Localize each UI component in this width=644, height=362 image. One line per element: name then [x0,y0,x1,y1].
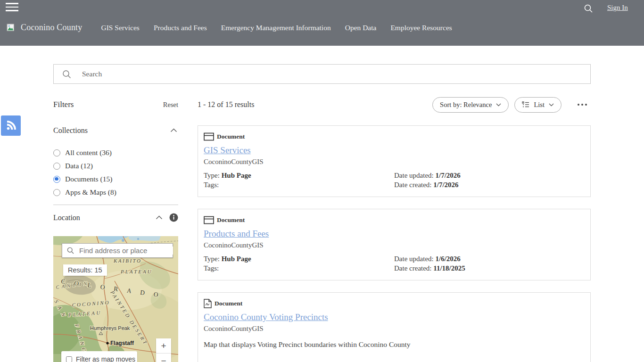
radio-icon[interactable] [53,163,60,170]
filters-title: Filters [53,100,74,109]
result-title-link[interactable]: Coconino County Voting Precincts [204,312,328,322]
search-results: 1 - 12 of 15 results Sort by: Relevance [198,97,591,362]
result-description: Map that displays Voting Precinct bounda… [204,340,585,349]
chevron-up-icon[interactable] [169,126,178,135]
collections-section-header[interactable]: Collections [53,126,178,135]
rss-feed-button[interactable] [1,115,21,136]
result-title-link[interactable]: GIS Services [204,145,251,156]
find-address-input[interactable] [79,247,173,255]
sign-in-link[interactable]: Sign In [607,4,628,12]
result-tags: Tags: [204,264,394,274]
hamburger-menu-icon[interactable] [6,3,19,13]
list-view-icon [522,101,529,108]
header-search-icon[interactable] [584,4,593,13]
map-label-flagstaff: Flagstaff [110,340,134,346]
info-icon[interactable] [169,213,178,222]
filter-as-map-moves-label: Filter as map moves [76,355,135,362]
chevron-down-icon [549,103,554,107]
location-title: Location [53,214,80,222]
filters-sidebar: Filters Reset Collections All content (3… [53,100,178,222]
collections-title: Collections [53,126,88,135]
location-map[interactable]: KAIBITO PLATEAU CANYON COLORADO COCONINO… [53,236,178,362]
site-title: Coconino County [21,23,83,33]
zoom-out-button[interactable]: − [156,354,171,362]
chevron-up-icon[interactable] [155,213,164,222]
reset-filters-button[interactable]: Reset [163,101,178,109]
radio-all-content[interactable]: All content (36) [53,146,178,159]
map-label-humphreys-peak: Humphreys Peak [90,325,130,331]
result-date-created: Date created: 11/18/2025 [394,264,585,274]
content-type-badge: Document [217,133,245,140]
content-type-badge: Document [215,300,242,307]
site-logo-broken-image-icon [7,24,15,32]
webpage-document-icon [204,132,214,141]
results-toolbar: 1 - 12 of 15 results Sort by: Relevance [198,97,591,113]
result-card: Document Products and Fees CoconinoCount… [198,209,591,280]
main-nav: GIS Services Products and Fees Emergency… [101,24,452,32]
map-label-kaibito-plateau: PLATEAU [120,269,153,274]
map-zoom-control: + − [156,338,171,362]
search-icon [67,247,74,254]
radio-data[interactable]: Data (12) [53,159,178,173]
more-options-button[interactable] [574,101,591,108]
sidebar-divider [53,205,178,205]
nav-gis-services[interactable]: GIS Services [101,24,140,32]
zoom-in-button[interactable]: + [156,338,171,353]
result-date-updated: Date updated: 1/7/2026 [394,172,585,181]
map-find-address-box [62,243,173,258]
radio-documents[interactable]: Documents (15) [53,173,178,186]
pdf-file-icon [204,299,212,308]
search-icon [62,70,71,79]
result-type: Type: Hub Page [204,172,394,181]
radio-icon[interactable] [53,189,60,196]
webpage-document-icon [204,216,214,224]
content-type-badge: Document [217,216,245,224]
result-card: Document Coconino County Voting Precinct… [198,292,591,362]
result-tags: Tags: [204,181,394,190]
radio-icon[interactable] [53,149,60,156]
result-date-created: Date created: 1/7/2026 [394,181,585,190]
filter-as-map-moves-checkbox[interactable] [66,356,72,362]
global-search-bar [53,64,591,84]
collections-options: All content (36) Data (12) Documents (15… [53,146,178,199]
location-section-header: Location [53,213,178,222]
rss-icon [5,120,17,132]
radio-apps-maps[interactable]: Apps & Maps (8) [53,186,178,199]
nav-employee-resources[interactable]: Employee Resources [390,24,452,32]
site-header: Coconino County GIS Services Products an… [0,0,644,46]
result-card: Document GIS Services CoconinoCountyGIS … [198,125,591,197]
view-mode-dropdown[interactable]: List [514,97,561,113]
sort-by-dropdown[interactable]: Sort by: Relevance [432,97,509,113]
result-owner: CoconinoCountyGIS [204,158,585,166]
brand-row: Coconino County GIS Services Products an… [7,23,452,33]
page: Coconino County GIS Services Products an… [0,0,644,362]
result-title-link[interactable]: Products and Fees [204,229,269,239]
result-date-updated: Date updated: 1/6/2026 [394,255,585,264]
nav-products-and-fees[interactable]: Products and Fees [154,24,207,32]
chevron-down-icon [496,103,501,107]
results-count: 1 - 12 of 15 results [198,100,254,109]
filter-as-map-moves-control: Filter as map moves [61,351,137,362]
result-type: Type: Hub Page [204,255,394,264]
radio-checked-icon[interactable] [53,176,60,183]
search-input[interactable] [82,70,582,78]
map-label-kaibito: KAIBITO [113,258,141,263]
result-owner: CoconinoCountyGIS [204,241,585,249]
result-owner: CoconinoCountyGIS [204,325,585,333]
map-results-count-badge: Results: 15 [63,264,107,276]
nav-emergency-management[interactable]: Emergency Management Information [221,24,331,32]
nav-open-data[interactable]: Open Data [345,24,377,32]
